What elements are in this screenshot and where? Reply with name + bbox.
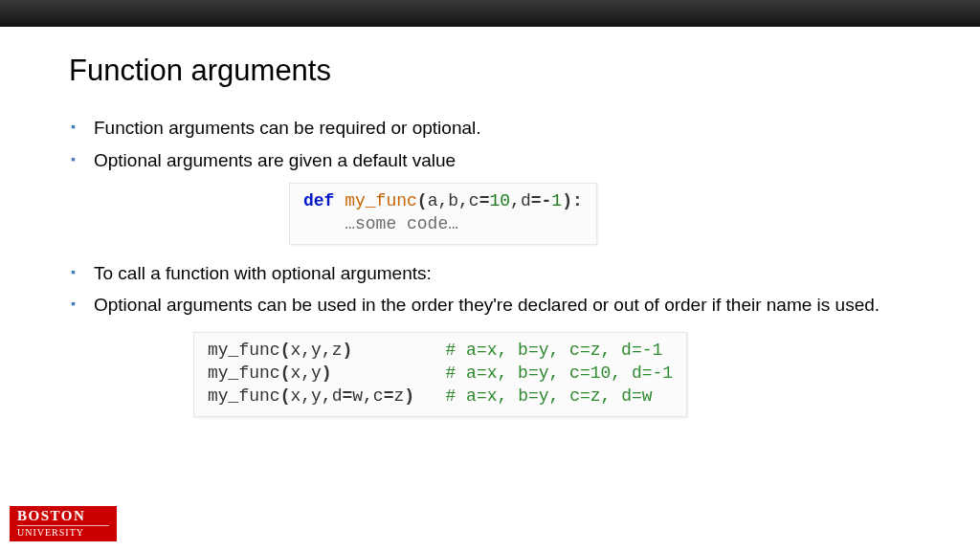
bullet-list-1: Function arguments can be required or op… <box>69 115 911 173</box>
code-number: 1 <box>551 191 562 210</box>
code-punct: = <box>384 386 394 406</box>
code-func-name: my_func <box>345 191 417 210</box>
top-bar <box>0 0 980 27</box>
code-punct: = <box>479 191 490 210</box>
code-func-name: my_func <box>208 364 280 383</box>
code-func-name: my_func <box>208 341 280 360</box>
code-punct: ( <box>280 341 291 360</box>
code-comment: # a=x, b=y, c=z, d=-1 <box>445 341 662 360</box>
code-body: …some code… <box>303 214 458 233</box>
logo-line-2: UNIVERSITY <box>17 525 109 538</box>
code-comment: # a=x, b=y, c=10, d=-1 <box>445 364 673 383</box>
code-punct: ) <box>342 341 352 360</box>
bullet-item: Optional arguments are given a default v… <box>69 147 911 174</box>
code-punct: ( <box>280 364 291 383</box>
code-punct: ) <box>322 364 332 383</box>
code-args: x,y,z <box>290 341 342 360</box>
code-args: x,y,d <box>290 386 342 406</box>
code-func-name: my_func <box>208 386 280 406</box>
code-block-definition: def my_func(a,b,c=10,d=-1): …some code… <box>289 183 597 245</box>
code-keyword: def <box>303 191 334 210</box>
slide-title: Function arguments <box>69 54 911 88</box>
logo-line-1: BOSTON <box>17 509 109 523</box>
code-punct: = <box>342 386 352 406</box>
bullet-item: Optional arguments can be used in the or… <box>69 292 911 319</box>
code-args: ,d <box>510 191 531 210</box>
bullet-item: To call a function with optional argumen… <box>69 260 911 287</box>
code-punct: ( <box>280 386 291 406</box>
code-pad <box>414 386 445 406</box>
code-pad <box>352 341 445 360</box>
code-number: 10 <box>489 191 510 210</box>
code-args: a,b,c <box>428 191 479 210</box>
bullet-item: Function arguments can be required or op… <box>69 115 911 142</box>
code-punct: ( <box>417 191 428 210</box>
code-comment: # a=x, b=y, c=z, d=w <box>446 386 653 406</box>
boston-university-logo: BOSTON UNIVERSITY <box>10 506 117 541</box>
bullet-list-2: To call a function with optional argumen… <box>69 260 911 319</box>
code-block-calls: my_func(x,y,z) # a=x, b=y, c=z, d=-1 my_… <box>193 332 687 417</box>
code-punct: ) <box>404 386 414 406</box>
slide-body: Function arguments Function arguments ca… <box>0 27 980 417</box>
code-args: x,y <box>290 364 321 383</box>
code-punct: ): <box>562 191 583 210</box>
code-punct: =- <box>531 191 552 210</box>
code-args: z <box>393 386 404 406</box>
code-pad <box>332 364 446 383</box>
code-args: w,c <box>352 386 383 406</box>
